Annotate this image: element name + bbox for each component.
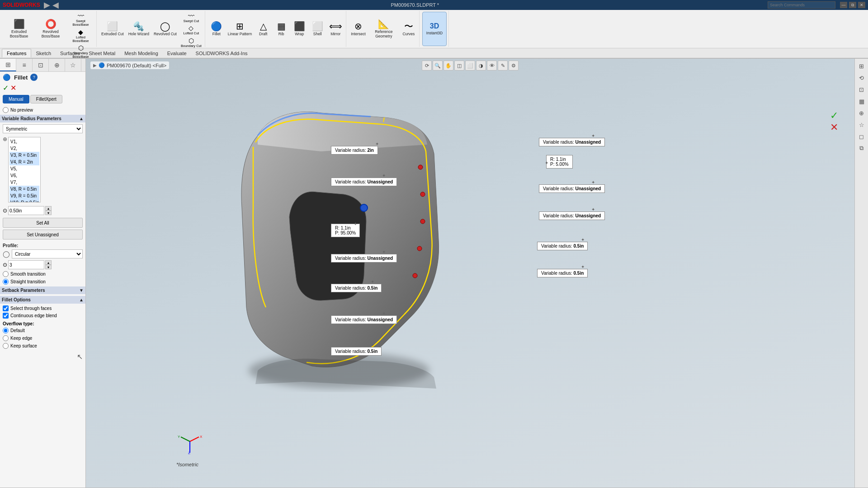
radius-input[interactable] (8, 206, 44, 215)
rib-button[interactable]: ▦ Rib (273, 12, 290, 46)
callout-unassigned-1[interactable]: Variable radius: Unassigned (331, 178, 397, 186)
tab-mesh-modeling[interactable]: Mesh Modeling (120, 49, 163, 57)
callout-unassigned-3[interactable]: Variable radius: Unassigned (331, 315, 397, 324)
restore-button[interactable]: ⧉ (849, 2, 856, 8)
radius-up[interactable]: ▲ (45, 206, 52, 211)
linear-pattern-button[interactable]: ⊞ Linear Pattern (226, 12, 254, 46)
panel-tab-2[interactable]: ⊡ (33, 59, 49, 71)
right-panel-btn-5[interactable]: ⊕ (856, 108, 867, 118)
no-preview-radio[interactable] (3, 107, 9, 113)
right-panel-btn-7[interactable]: ◻ (856, 131, 867, 142)
tab-surfaces[interactable]: Surfaces (56, 49, 84, 57)
lofted-cut-button[interactable]: ◇ Lofted Cut (179, 24, 203, 36)
intersect-button[interactable]: ⊗ Intersect (349, 12, 368, 46)
view-zoom-button[interactable]: 🔍 (433, 61, 443, 70)
hole-wizard-button[interactable]: 🔩 Hole Wizard (127, 12, 151, 46)
overflow-default-radio[interactable] (3, 328, 9, 333)
tab-evaluate[interactable]: Evaluate (163, 49, 191, 57)
vertex-v2[interactable]: V2, (9, 145, 39, 152)
set-unassigned-button[interactable]: Set Unassigned (3, 230, 83, 239)
instant3d-button[interactable]: 3D Instant3D (422, 12, 447, 46)
variable-radius-section[interactable]: Variable Radius Parameters ▲ (0, 115, 85, 122)
vertex-v8[interactable]: V8, R = 0.5in (9, 186, 39, 192)
view-pan-button[interactable]: ✋ (443, 61, 453, 70)
swept-cut-button[interactable]: 〰 Swept Cut (179, 12, 203, 23)
fillet-button[interactable]: 🔵 Fillet (208, 12, 225, 46)
swept-boss-button[interactable]: 〰 Swept Boss/Base (67, 12, 94, 28)
draft-button[interactable]: △ Draft (255, 12, 272, 46)
mode-tab-manual[interactable]: Manual (3, 95, 29, 103)
vertex-v4[interactable]: V4, R = 2in (9, 159, 39, 165)
set-all-button[interactable]: Set All (3, 218, 83, 228)
straight-transition-radio[interactable] (3, 279, 9, 285)
profile-up[interactable]: ▲ (45, 260, 52, 265)
vertex-v1[interactable]: V1, (9, 138, 39, 145)
viewport-cancel-button[interactable]: ✕ (830, 122, 838, 132)
overflow-keep-edge-radio[interactable] (3, 335, 9, 341)
revolved-boss-button[interactable]: ⭕ Revolved Boss/Base (35, 12, 66, 46)
callout-right-05in-1[interactable]: Variable radius: 0.5in (537, 242, 588, 250)
panel-tab-3[interactable]: ⊕ (49, 59, 65, 71)
extruded-cut-button[interactable]: ⬜ Extruded Cut (99, 12, 126, 46)
search-commands-input[interactable] (768, 1, 835, 9)
viewport-ok-button[interactable]: ✓ (830, 111, 838, 121)
tab-sheet-metal[interactable]: Sheet Metal (84, 49, 120, 57)
right-panel-btn-3[interactable]: ⊡ (856, 84, 867, 95)
viewport[interactable]: ▶ 🔵 PM009670 (Default) <Full> (86, 59, 854, 488)
radius-down[interactable]: ▼ (45, 211, 52, 215)
right-panel-btn-4[interactable]: ▦ (856, 96, 867, 107)
close-button[interactable]: ✕ (858, 2, 865, 8)
vertex-v10[interactable]: V10, R = 0.5in (9, 199, 39, 202)
view-shading-button[interactable]: ◑ (476, 61, 486, 70)
callout-05in-2[interactable]: Variable radius: 0.5in (331, 347, 382, 356)
view-display-button[interactable]: ⬜ (465, 61, 475, 70)
lofted-boss-button[interactable]: ◆ Lofted Boss/Base (67, 28, 94, 44)
symmetric-dropdown[interactable]: Symmetric (3, 124, 83, 133)
right-panel-btn-1[interactable]: ⊞ (856, 61, 867, 71)
right-panel-btn-6[interactable]: ☆ (856, 119, 867, 130)
view-section-button[interactable]: ◫ (454, 61, 464, 70)
tab-sketch[interactable]: Sketch (31, 49, 56, 57)
callout-right-unassigned-2[interactable]: Variable radius: Unassigned (539, 184, 605, 193)
reference-geometry-button[interactable]: 📐 Reference Geometry (368, 12, 399, 46)
setback-section[interactable]: Setback Parameters ▼ (0, 286, 85, 294)
cancel-button[interactable]: ✕ (10, 84, 16, 92)
view-edit-appearance-button[interactable]: ✎ (498, 61, 508, 70)
right-panel-btn-2[interactable]: ⟲ (856, 72, 867, 83)
boundary-cut-button[interactable]: ⬡ Boundary Cut (179, 37, 203, 48)
revolved-cut-button[interactable]: ◯ Revolved Cut (152, 12, 179, 46)
panel-tab-4[interactable]: ☆ (65, 59, 81, 71)
profile-value-input[interactable] (8, 260, 44, 269)
curves-button[interactable]: 〜 Curves (400, 12, 417, 46)
callout-05in-1[interactable]: Variable radius: 0.5in (331, 284, 382, 292)
tab-addins[interactable]: SOLIDWORKS Add-Ins (191, 49, 252, 57)
callout-v4-2in[interactable]: Variable radius: 2in (331, 146, 378, 155)
vertex-v6[interactable]: V6, (9, 172, 39, 179)
vertex-v5[interactable]: V5, (9, 165, 39, 172)
vertex-v3[interactable]: V3, R = 0.5in (9, 152, 39, 159)
view-settings-button[interactable]: ⚙ (509, 61, 519, 70)
shell-button[interactable]: ⬜ Shell (309, 12, 326, 46)
vertex-v7[interactable]: V7, (9, 179, 39, 186)
wrap-button[interactable]: ⬛ Wrap (291, 12, 308, 46)
mirror-button[interactable]: ⟺ Mirror (327, 12, 344, 46)
minimize-button[interactable]: — (840, 2, 847, 8)
fillet-options-section[interactable]: Fillet Options ▲ (0, 296, 85, 304)
mode-tab-filletxpert[interactable]: FilletXpert (30, 95, 62, 103)
quick-access[interactable]: ▶ ◀ (44, 0, 59, 10)
overflow-keep-surface-radio[interactable] (3, 343, 9, 349)
vertex-v9[interactable]: V9, R = 0.5in (9, 192, 39, 199)
ok-button[interactable]: ✓ (3, 84, 9, 92)
panel-tab-0[interactable]: ⊞ (0, 59, 16, 71)
continuous-edge-blend-checkbox[interactable] (3, 313, 9, 319)
callout-right-05in-2[interactable]: Variable radius: 0.5in (537, 269, 588, 277)
callout-right-unassigned-3[interactable]: Variable radius: Unassigned (539, 211, 605, 220)
view-hide-show-button[interactable]: 👁 (487, 61, 497, 70)
vertex-list[interactable]: V1, V2, V3, R = 0.5in V4, R = 2in V5, V6… (8, 137, 41, 202)
right-panel-btn-8[interactable]: ⧉ (856, 143, 867, 154)
profile-down[interactable]: ▼ (45, 265, 52, 269)
extruded-boss-button[interactable]: ⬛ Extruded Boss/Base (4, 12, 34, 46)
select-through-faces-checkbox[interactable] (3, 305, 9, 311)
profile-type-dropdown[interactable]: Circular (12, 249, 83, 258)
callout-right-unassigned-1[interactable]: Variable radius: Unassigned (539, 138, 605, 146)
